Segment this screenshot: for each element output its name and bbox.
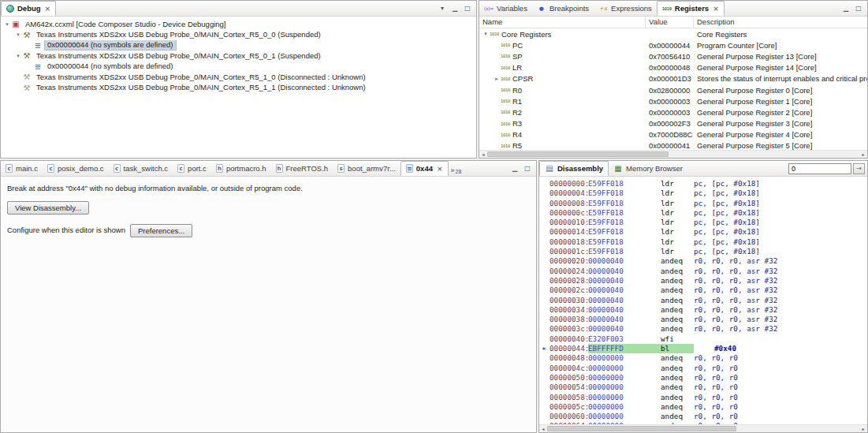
disassembly-line[interactable]: 00000058:00000000andeqr0, r0, r0 bbox=[539, 393, 867, 402]
column-header-name[interactable]: Name bbox=[479, 17, 646, 28]
close-icon[interactable]: × bbox=[437, 165, 443, 173]
tab-disassembly[interactable]: Disassembly bbox=[539, 161, 609, 176]
scroll-thumb[interactable] bbox=[487, 151, 669, 157]
disassembly-line[interactable]: 00000014:E59FF018ldrpc, [pc, #0x18] bbox=[539, 227, 867, 237]
debug-tree-item[interactable]: 0x00000044 (no symbols are defined) bbox=[1, 62, 476, 72]
disassembly-line[interactable]: 0000001c:E59FF018ldrpc, [pc, #0x18] bbox=[539, 247, 867, 256]
debug-tree-item[interactable]: Texas Instruments XDS2xx USB Debug Probe… bbox=[1, 72, 476, 82]
disassembly-line[interactable]: 00000060:00000000andeqr0, r0, r0 bbox=[539, 412, 867, 421]
register-row[interactable]: R20x00000003General Purpose Register 2 [… bbox=[479, 106, 867, 118]
tab-label: boot_armv7r... bbox=[348, 164, 396, 173]
scroll-right-icon[interactable]: ▸ bbox=[859, 425, 867, 432]
register-description: Stores the status of interrupt enables a… bbox=[694, 74, 867, 83]
disassembly-line[interactable]: 0000003c:00000040andeqr0, r0, r0, asr #3… bbox=[539, 324, 867, 334]
close-icon[interactable]: × bbox=[45, 5, 51, 13]
tab-freertos-h[interactable]: FreeRTOS.h bbox=[271, 161, 333, 176]
collapse-icon[interactable]: ▾ bbox=[482, 31, 490, 37]
tab-label: task_switch.c bbox=[124, 164, 169, 173]
line-gutter bbox=[539, 179, 549, 189]
maximize-button[interactable]: □ bbox=[462, 4, 473, 13]
collapse-icon[interactable]: ▾ bbox=[3, 21, 11, 28]
debug-tree-item[interactable]: ▾AM642x.ccxml [Code Composer Studio - De… bbox=[1, 19, 476, 29]
scroll-left-icon[interactable]: ◂ bbox=[539, 425, 547, 432]
disassembly-line[interactable]: 00000030:00000040andeqr0, r0, r0, asr #3… bbox=[539, 296, 867, 305]
tab-portmacro-h[interactable]: portmacro.h bbox=[211, 161, 271, 176]
collapse-icon[interactable]: ▾ bbox=[14, 32, 22, 38]
registers-hscrollbar[interactable]: ◂ ▸ bbox=[479, 150, 867, 158]
tab-debug[interactable]: Debug × bbox=[1, 1, 56, 16]
disassembly-line[interactable]: 00000018:E59FF018ldrpc, [pc, #0x18] bbox=[539, 237, 867, 247]
close-icon[interactable]: × bbox=[713, 5, 719, 13]
tab-registers[interactable]: Registers× bbox=[657, 1, 725, 16]
disassembly-line[interactable]: 0000005c:00000000andeqr0, r0, r0 bbox=[539, 402, 867, 412]
register-row[interactable]: R40x7000D88CGeneral Purpose Register 4 [… bbox=[479, 129, 867, 140]
break-message: Break at address "0x44" with no debug in… bbox=[7, 184, 530, 194]
view-menu-icon[interactable]: ▾ bbox=[437, 4, 448, 13]
disassembly-line[interactable]: 00000034:00000040andeqr0, r0, r0, asr #3… bbox=[539, 305, 867, 315]
editor-tab-overflow-button[interactable]: 28 bbox=[449, 161, 464, 176]
tab-port-c[interactable]: port.c bbox=[173, 161, 211, 176]
register-row[interactable]: R10x00000003General Purpose Register 1 [… bbox=[479, 95, 867, 106]
disassembly-line[interactable]: 00000050:00000000andeqr0, r0, r0 bbox=[539, 373, 867, 383]
disassembly-line[interactable]: 0000002c:00000040andeqr0, r0, r0, asr #3… bbox=[539, 286, 867, 295]
tab-breakpoints[interactable]: Breakpoints bbox=[532, 1, 594, 16]
disasm-address: 00000000: bbox=[549, 179, 588, 189]
tab-task-switch-c[interactable]: task_switch.c bbox=[109, 161, 173, 176]
view-disassembly-button[interactable]: View Disassembly... bbox=[7, 201, 89, 215]
disassembly-line[interactable]: 00000038:00000040andeqr0, r0, r0, asr #3… bbox=[539, 315, 867, 324]
scroll-right-icon[interactable]: ▸ bbox=[859, 151, 867, 158]
debug-tree-item[interactable]: ▾Texas Instruments XDS2xx USB Debug Prob… bbox=[1, 29, 476, 39]
disassembly-line[interactable]: 00000000:E59FF018ldrpc, [pc, #0x18] bbox=[539, 179, 867, 189]
register-row[interactable]: PC0x00000044Program Counter [Core] bbox=[479, 39, 867, 50]
register-row[interactable]: ▾Core RegistersCore Registers bbox=[479, 28, 867, 39]
register-row[interactable]: SP0x70056410General Purpose Register 13 … bbox=[479, 50, 867, 62]
disassembly-line[interactable]: ▸00000044:EBFFFFFDbl#0x40 bbox=[539, 344, 867, 353]
disassembly-hscrollbar[interactable]: ◂ ▸ bbox=[539, 424, 867, 432]
disassembly-line[interactable]: 00000010:E59FF018ldrpc, [pc, #0x18] bbox=[539, 218, 867, 227]
disassembly-line[interactable]: 00000004:E59FF018ldrpc, [pc, #0x18] bbox=[539, 189, 867, 198]
debug-tree-item[interactable]: Texas Instruments XDS2xx USB Debug Probe… bbox=[1, 82, 476, 92]
expand-icon[interactable]: ▸ bbox=[493, 76, 501, 82]
minimize-button[interactable]: ▁ bbox=[840, 4, 851, 13]
collapse-icon[interactable]: ▾ bbox=[14, 53, 22, 59]
disassembly-line[interactable]: 00000020:00000040andeqr0, r0, r0, asr #3… bbox=[539, 256, 867, 266]
disassembly-line[interactable]: 00000054:00000000andeqr0, r0, r0 bbox=[539, 383, 867, 392]
register-row[interactable]: ▸CPSR0x000001D3Stores the status of inte… bbox=[479, 73, 867, 84]
register-value: 0x00000041 bbox=[646, 141, 694, 150]
disassembly-line[interactable]: 0000004c:00000000andeqr0, r0, r0 bbox=[539, 364, 867, 373]
scroll-thumb[interactable] bbox=[547, 426, 736, 431]
debug-tree-item[interactable]: 0x00000044 (no symbols are defined) bbox=[1, 40, 476, 50]
minimize-button[interactable]: ▁ bbox=[509, 164, 520, 174]
disassembly-line[interactable]: 00000048:00000000andeqr0, r0, r0 bbox=[539, 353, 867, 363]
tab-0x44[interactable]: 0x44× bbox=[400, 161, 449, 176]
disasm-address-input[interactable] bbox=[788, 163, 851, 174]
disassembly-line[interactable]: 00000040:E320F003wfi bbox=[539, 334, 867, 344]
maximize-button[interactable]: □ bbox=[522, 164, 533, 174]
hfile-icon bbox=[276, 164, 283, 173]
register-row[interactable]: R50x00000041General Purpose Register 5 [… bbox=[479, 140, 867, 150]
debug-tree-item[interactable]: ▾Texas Instruments XDS2xx USB Debug Prob… bbox=[1, 50, 476, 61]
vars-icon bbox=[484, 4, 494, 13]
scroll-left-icon[interactable]: ◂ bbox=[479, 151, 487, 158]
disassembly-line[interactable]: 0000000c:E59FF018ldrpc, [pc, #0x18] bbox=[539, 208, 867, 218]
tab-boot-armv7r[interactable]: boot_armv7r... bbox=[333, 161, 400, 176]
register-row[interactable]: R30x000002F3General Purpose Register 3 [… bbox=[479, 118, 867, 129]
maximize-button[interactable]: □ bbox=[853, 4, 864, 13]
tab-posix-demo-c[interactable]: posix_demo.c bbox=[43, 161, 109, 176]
tab-main-c[interactable]: main.c bbox=[1, 161, 43, 176]
column-header-description[interactable]: Description bbox=[694, 17, 867, 28]
disasm-address: 00000048: bbox=[549, 353, 588, 363]
tab-memory-browser[interactable]: Memory Browser bbox=[609, 161, 687, 176]
column-header-value[interactable]: Value bbox=[646, 17, 694, 28]
minimize-button[interactable]: ▁ bbox=[449, 4, 460, 13]
tab-expressions[interactable]: Expressions bbox=[594, 1, 657, 16]
go-button[interactable]: → bbox=[853, 163, 865, 174]
disassembly-line[interactable]: 00000008:E59FF018ldrpc, [pc, #0x18] bbox=[539, 199, 867, 208]
register-row[interactable]: LR0x00000048General Purpose Register 14 … bbox=[479, 62, 867, 73]
tab-variables[interactable]: Variables bbox=[479, 1, 532, 16]
register-row[interactable]: R00x02800000General Purpose Register 0 [… bbox=[479, 84, 867, 95]
disassembly-line[interactable]: 00000024:00000040andeqr0, r0, r0, asr #3… bbox=[539, 267, 867, 276]
disassembly-line[interactable]: 00000028:00000040andeqr0, r0, r0, asr #3… bbox=[539, 276, 867, 286]
preferences-button[interactable]: Preferences... bbox=[130, 224, 192, 237]
disasm-operands: r0, r0, r0 bbox=[694, 412, 738, 421]
